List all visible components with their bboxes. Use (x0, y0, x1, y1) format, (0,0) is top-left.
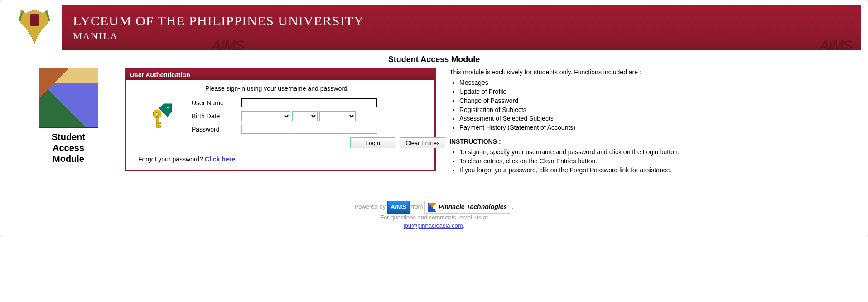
list-item: Messages (459, 78, 843, 87)
birthdate-label: Birth Date (192, 112, 241, 120)
aims-logo-icon: AIMS (387, 201, 410, 214)
svg-rect-5 (156, 117, 158, 127)
pinnacle-name: Pinnacle Technologies (439, 203, 507, 212)
birth-year-select[interactable] (319, 111, 356, 121)
auth-panel: User Authentication Please sign-in using… (125, 68, 436, 171)
key-icon (151, 103, 174, 130)
footer-divider (10, 194, 858, 194)
list-item: To clear entries, click on the Clear Ent… (459, 157, 843, 166)
list-item: Change of Password (459, 97, 843, 105)
caption-line: Access (25, 142, 111, 153)
from-text: from (411, 203, 424, 210)
list-item: Assessment of Selected Subjects (459, 114, 843, 123)
login-button[interactable]: Login (350, 137, 395, 148)
school-logo-icon (16, 7, 53, 48)
info-panel: This module is exclusively for students … (449, 68, 843, 180)
forgot-text: Forgot your password? (138, 156, 205, 163)
forgot-password-line: Forgot your password? Click here. (133, 154, 428, 167)
contact-line: For questions and comments, email us at (7, 214, 861, 222)
footer-dot: . (512, 203, 514, 210)
aims-watermark-icon: AIMS (819, 37, 852, 50)
list-item: Update of Profile (459, 88, 843, 96)
school-logo-area (7, 5, 62, 50)
header-banner: LYCEUM OF THE PHILIPPINES UNIVERSITY MAN… (7, 5, 861, 50)
pinnacle-logo-icon: Pinnacle Technologies (424, 201, 510, 214)
university-name: LYCEUM OF THE PHILIPPINES UNIVERSITY (73, 13, 861, 29)
svg-point-4 (156, 112, 159, 115)
page-title: Student Access Module (7, 52, 861, 68)
forgot-password-link[interactable]: Click here. (205, 156, 237, 163)
password-label: Password (192, 126, 241, 133)
svg-rect-7 (158, 126, 161, 127)
module-caption: Student Access Module (25, 132, 111, 164)
clear-entries-button[interactable]: Clear Entries (400, 137, 445, 148)
instructions-list: To sign-in, specify your username and pa… (459, 148, 843, 175)
password-input[interactable] (241, 125, 377, 134)
list-item: Payment History (Statement of Accounts) (459, 123, 843, 132)
footer: Powered by AIMS from Pinnacle Technologi… (7, 201, 861, 230)
info-intro: This module is exclusively for students … (449, 68, 843, 77)
main-columns: Student Access Module User Authenticatio… (7, 68, 861, 180)
contact-email-link[interactable]: lpu@pinnacleasia.com (404, 222, 463, 229)
auth-panel-header: User Authentication (126, 69, 434, 80)
left-sidebar: Student Access Module (25, 68, 111, 164)
svg-rect-0 (30, 14, 39, 26)
page-container: LYCEUM OF THE PHILIPPINES UNIVERSITY MAN… (0, 0, 868, 237)
list-item: Registration of Subjects (459, 106, 843, 114)
module-illustration-icon (39, 68, 98, 128)
list-item: If you forgot your password, clik on the… (459, 166, 843, 175)
campus-name: MANILA (73, 30, 861, 42)
auth-fields: User Name Birth Date Password (192, 98, 445, 154)
header-title-area: LYCEUM OF THE PHILIPPINES UNIVERSITY MAN… (62, 5, 861, 50)
powered-by-text: Powered by (355, 203, 387, 210)
username-input[interactable] (241, 98, 377, 107)
caption-line: Module (25, 153, 111, 164)
birth-month-select[interactable] (241, 111, 290, 121)
pinnacle-mark-icon (428, 203, 437, 212)
auth-form: User Name Birth Date Password (133, 98, 428, 154)
aims-watermark-icon: AIMS (211, 37, 244, 50)
instructions-title: INSTRUCTIONS : (449, 137, 843, 146)
footer-dot: . (463, 222, 465, 229)
signin-instruction: Please sign-in using your username and p… (205, 85, 428, 92)
auth-panel-body: Please sign-in using your username and p… (126, 80, 434, 170)
list-item: To sign-in, specify your username and pa… (459, 148, 843, 156)
caption-line: Student (25, 132, 111, 142)
svg-rect-6 (158, 122, 161, 124)
svg-point-2 (167, 107, 169, 108)
functions-list: Messages Update of Profile Change of Pas… (459, 78, 843, 132)
birth-day-select[interactable] (292, 111, 318, 121)
username-label: User Name (192, 99, 241, 107)
